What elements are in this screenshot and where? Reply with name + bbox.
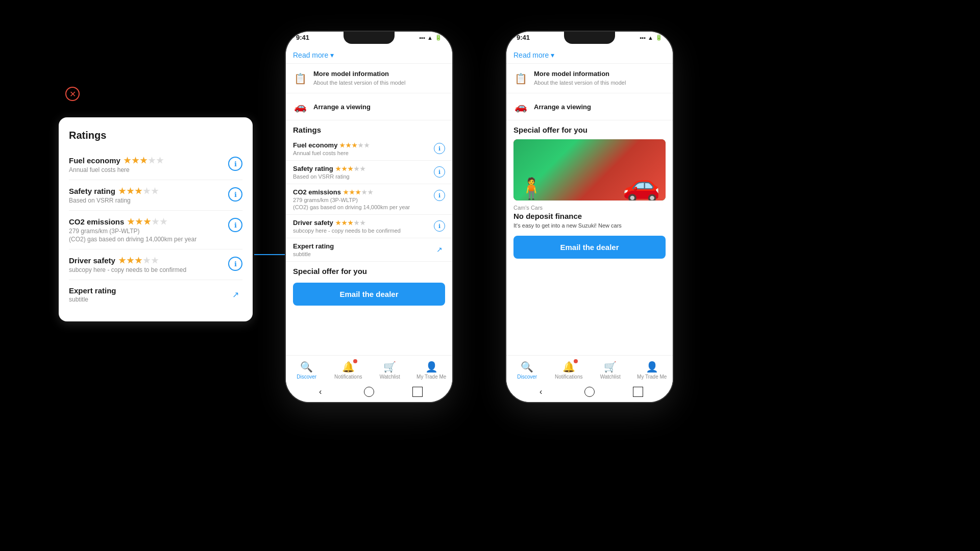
stars-co2: ★ ★ ★ ★ ★ (127, 217, 167, 227)
phone2-bottom-nav: 🔍 Discover 🔔 Notifications 🛒 Watchlist 👤… (506, 355, 673, 383)
rating-info-fuel: Fuel economy ★ ★ ★ ★ ★ Annual fuel costs… (69, 156, 228, 173)
phone2-special-offer-title: Special offer for you (506, 120, 673, 137)
phone1-rating-driver: Driver safety ★ ★ ★ ★ ★ subcopy here - c… (286, 215, 452, 238)
phone1-special-offer-title: Special offer for you (286, 262, 452, 279)
phone1-email-dealer-button[interactable]: Email the dealer (293, 283, 445, 306)
rating-row-driver: Driver safety ★ ★ ★ ★ ★ subcopy here - c… (69, 249, 242, 280)
phone1-info-co2[interactable]: ℹ (434, 190, 445, 201)
model-info-icon: 📋 (293, 71, 307, 86)
viewing-icon: 🚗 (293, 99, 307, 114)
phone2-content: Read more ▾ 📋 More model information Abo… (506, 46, 673, 355)
phone2-status-icons: ▪▪▪ ▲ 🔋 (640, 34, 663, 41)
phone1-time: 9:41 (296, 34, 309, 41)
info-icon-co2[interactable]: ℹ (228, 218, 242, 232)
phone1-read-more[interactable]: Read more ▾ (286, 46, 452, 64)
phone2-gesture-bar: ‹ (506, 383, 673, 402)
rating-info-co2: CO2 emissions ★ ★ ★ ★ ★ 279 grams/km (3P… (69, 217, 228, 243)
phone2-nav-my-trade-me[interactable]: 👤 My Trade Me (631, 359, 673, 382)
phone1-info-safety[interactable]: ℹ (434, 166, 445, 178)
phone1-notch (344, 32, 395, 44)
phone1-status-icons: ▪▪▪ ▲ 🔋 (419, 34, 442, 41)
phone1-rating-co2: CO2 emissions ★ ★ ★ ★ ★ 279 grams/km (3P… (286, 184, 452, 215)
rating-title-driver: Driver safety ★ ★ ★ ★ ★ (69, 256, 228, 265)
phone1-rating-fuel: Fuel economy ★ ★ ★ ★ ★ Annual fuel costs… (286, 137, 452, 161)
phone1-gesture-bar: ‹ (286, 383, 452, 402)
phone1-info-driver[interactable]: ℹ (434, 220, 445, 232)
phone2-back-gesture: ‹ (536, 387, 546, 397)
rating-title-expert: Expert rating (69, 286, 228, 295)
external-icon-expert[interactable]: ↗ (228, 287, 242, 302)
phone2-home-gesture (584, 387, 595, 397)
phone2-viewing-icon: 🚗 (513, 99, 528, 114)
phone1-nav-my-trade-me[interactable]: 👤 My Trade Me (411, 359, 453, 382)
rating-title-fuel: Fuel economy ★ ★ ★ ★ ★ (69, 156, 228, 165)
close-icon: ✕ (69, 89, 76, 99)
offer-car: 🚗 (622, 167, 660, 201)
rating-info-expert: Expert rating subtitle (69, 286, 228, 303)
phone1-bottom-nav: 🔍 Discover 🔔 Notifications 🛒 Watchlist 👤… (286, 355, 452, 383)
phone1-rating-expert: Expert rating subtitle ↗ (286, 238, 452, 262)
back-gesture: ‹ (315, 387, 326, 397)
phone2-arrange-viewing[interactable]: 🚗 Arrange a viewing (506, 93, 673, 120)
my-trade-me-icon: 👤 (425, 361, 438, 373)
phone2-notch (564, 32, 615, 44)
phone1-nav-watchlist[interactable]: 🛒 Watchlist (369, 359, 411, 382)
phone1-nav-notifications[interactable]: 🔔 Notifications (328, 359, 370, 382)
phone2-offer-image: 🧍 🚗 (513, 139, 666, 201)
phone1-external-expert[interactable]: ↗ (434, 244, 445, 255)
rating-title-co2: CO2 emissions ★ ★ ★ ★ ★ (69, 217, 228, 227)
info-icon-driver[interactable]: ℹ (228, 257, 242, 271)
close-button[interactable]: ✕ (65, 87, 80, 101)
phone2-nav-notifications[interactable]: 🔔 Notifications (548, 359, 590, 382)
info-icon-fuel[interactable]: ℹ (228, 157, 242, 171)
stars-safety: ★ ★ ★ ★ ★ (118, 186, 158, 196)
phone2-square-gesture (633, 387, 643, 397)
phone1-nav-discover[interactable]: 🔍 Discover (286, 359, 328, 382)
phone-1: 9:41 ▪▪▪ ▲ 🔋 Read more ▾ 📋 More model in… (285, 31, 453, 403)
rating-row-fuel: Fuel economy ★ ★ ★ ★ ★ Annual fuel costs… (69, 149, 242, 180)
watchlist-icon: 🛒 (383, 361, 396, 373)
phone2-notifications-icon: 🔔 (562, 361, 575, 373)
phone2-time: 9:41 (517, 34, 530, 41)
phone1-ratings-title: Ratings (286, 120, 452, 137)
ratings-card-title: Ratings (69, 130, 242, 141)
chevron-down-icon: ▾ (330, 51, 334, 59)
phone2-offer-desc: It's easy to get into a new Suzuki! New … (506, 221, 673, 232)
ratings-card: Ratings Fuel economy ★ ★ ★ ★ ★ Annual fu… (59, 117, 253, 321)
rating-info-driver: Driver safety ★ ★ ★ ★ ★ subcopy here - c… (69, 256, 228, 273)
phone2-email-dealer-button[interactable]: Email the dealer (513, 236, 666, 259)
rating-row-co2: CO2 emissions ★ ★ ★ ★ ★ 279 grams/km (3P… (69, 211, 242, 249)
phone1-rating-safety: Safety rating ★ ★ ★ ★ ★ Based on VSRR ra… (286, 161, 452, 184)
phone1-more-model-info[interactable]: 📋 More model information About the lates… (286, 64, 452, 93)
phone2-more-model-info[interactable]: 📋 More model information About the lates… (506, 64, 673, 93)
rating-row-expert: Expert rating subtitle ↗ (69, 280, 242, 309)
stars-driver: ★ ★ ★ ★ ★ (118, 256, 158, 265)
chevron-down-icon: ▾ (551, 51, 554, 59)
phone1-content: Read more ▾ 📋 More model information Abo… (286, 46, 452, 355)
phone2-nav-watchlist[interactable]: 🛒 Watchlist (590, 359, 631, 382)
phone1-info-fuel[interactable]: ℹ (434, 143, 445, 154)
phone2-nav-discover[interactable]: 🔍 Discover (506, 359, 548, 382)
rating-row-safety: Safety rating ★ ★ ★ ★ ★ Based on VSRR ra… (69, 180, 242, 211)
phone2-model-info-icon: 📋 (513, 71, 528, 86)
rating-info-safety: Safety rating ★ ★ ★ ★ ★ Based on VSRR ra… (69, 186, 228, 204)
phone-2: 9:41 ▪▪▪ ▲ 🔋 Read more ▾ 📋 More model in… (505, 31, 674, 403)
notifications-icon: 🔔 (342, 361, 355, 373)
phone2-notification-badge (574, 359, 578, 363)
phone2-watchlist-icon: 🛒 (604, 361, 617, 373)
phone2-my-trade-me-icon: 👤 (646, 361, 658, 373)
phone1-arrange-viewing[interactable]: 🚗 Arrange a viewing (286, 93, 452, 120)
stars-fuel: ★ ★ ★ ★ ★ (124, 156, 163, 165)
info-icon-safety[interactable]: ℹ (228, 187, 242, 202)
phone2-offer-title: No deposit finance (506, 211, 673, 221)
rating-title-safety: Safety rating ★ ★ ★ ★ ★ (69, 186, 228, 196)
phone2-read-more[interactable]: Read more ▾ (506, 46, 673, 64)
home-gesture (364, 387, 374, 397)
discover-icon: 🔍 (300, 361, 313, 373)
notification-badge (353, 359, 357, 363)
phone2-dealer-name: Cam's Cars (506, 203, 673, 211)
offer-person: 🧍 (519, 177, 544, 201)
phone2-discover-icon: 🔍 (521, 361, 533, 373)
square-gesture (412, 387, 423, 397)
